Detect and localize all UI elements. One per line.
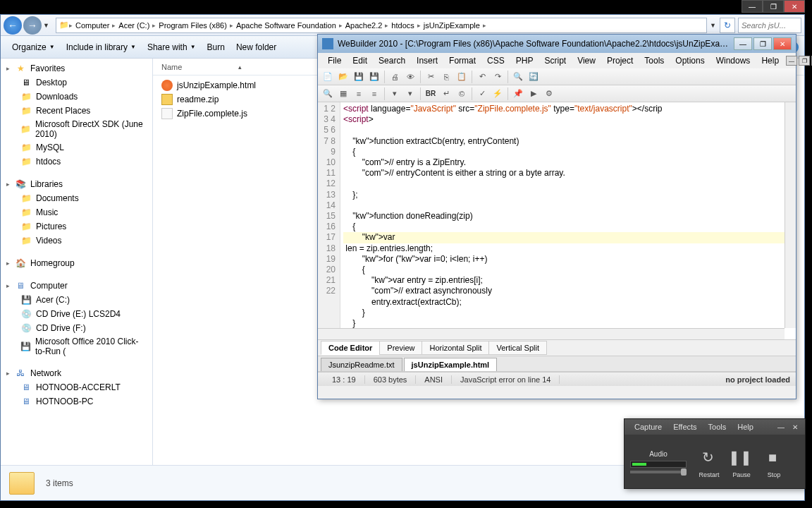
sidebar-item[interactable]: 💿CD Drive (E:) LCS2D4 <box>1 307 152 321</box>
menu-view[interactable]: View <box>572 54 601 67</box>
redo-icon[interactable]: ↷ <box>491 70 505 84</box>
scrollbar-vertical[interactable] <box>785 102 796 328</box>
close-button[interactable]: ✕ <box>773 37 792 50</box>
bc-drive[interactable]: Acer (C:) <box>116 21 152 30</box>
sidebar-item[interactable]: 📁Pictures <box>1 219 152 234</box>
tab-vsplit[interactable]: Vertical Split <box>488 341 547 355</box>
code-area[interactable]: <script language="JavaScript" src="ZipFi… <box>340 102 796 339</box>
burn-button[interactable]: Burn <box>202 40 230 55</box>
saveall-icon[interactable]: 💾 <box>367 70 381 84</box>
maximize-button[interactable]: ❐ <box>763 0 784 13</box>
sidebar-item[interactable]: 📁Videos <box>1 234 152 248</box>
menu-search[interactable]: Search <box>373 54 411 67</box>
tool-icon[interactable]: 📌 <box>511 87 525 101</box>
tab-code-editor[interactable]: Code Editor <box>321 341 380 355</box>
sidebar-libraries[interactable]: ▸📚Libraries <box>1 177 152 191</box>
sidebar-item[interactable]: 📁Recent Places <box>1 104 152 118</box>
print-icon[interactable]: 🖨 <box>388 70 402 84</box>
tool-icon[interactable]: ▾ <box>388 87 402 101</box>
undo-icon[interactable]: ↶ <box>475 70 489 84</box>
minimize-button[interactable]: — <box>734 37 752 50</box>
replace-icon[interactable]: 🔄 <box>527 70 541 84</box>
menu-help[interactable]: Help <box>732 421 759 433</box>
tool-icon[interactable]: ↵ <box>439 87 453 101</box>
sidebar-favorites[interactable]: ▸★Favorites <box>1 61 152 75</box>
organize-button[interactable]: Organize▼ <box>6 40 61 55</box>
sidebar-item[interactable]: 🖥HOTNOOB-PC <box>1 394 152 409</box>
sidebar-network[interactable]: ▸🖧Network <box>1 366 152 380</box>
menu-project[interactable]: Project <box>601 54 639 67</box>
save-icon[interactable]: 💾 <box>352 70 366 84</box>
include-button[interactable]: Include in library▼ <box>61 40 142 55</box>
history-dropdown[interactable]: ▼ <box>43 22 53 29</box>
tab-hsplit[interactable]: Horizontal Split <box>422 341 489 355</box>
newfolder-button[interactable]: New folder <box>230 40 282 55</box>
tool-icon[interactable]: ▦ <box>336 87 350 101</box>
tool-icon[interactable]: ≡ <box>352 87 366 101</box>
sidebar-item[interactable]: 📁htdocs <box>1 155 152 169</box>
volume-slider[interactable] <box>630 471 687 473</box>
stop-button[interactable]: ■Stop <box>760 445 788 478</box>
minimize-button[interactable]: — <box>742 0 763 13</box>
menu-format[interactable]: Format <box>443 54 481 67</box>
sidebar-computer[interactable]: ▸🖥Computer <box>1 279 152 293</box>
new-icon[interactable]: 📄 <box>321 70 335 84</box>
sidebar-item[interactable]: 🖥HOTNOOB-ACCERLT <box>1 380 152 394</box>
code-editor[interactable]: 1 2 3 4 5 6 7 8 9 10 11 12 13 14 15 16 1… <box>318 102 796 339</box>
open-icon[interactable]: 📂 <box>336 70 350 84</box>
file-tab[interactable]: JsunzipReadme.txt <box>321 358 402 371</box>
back-button[interactable]: ← <box>4 16 22 35</box>
breadcrumb[interactable]: 📁 ▸ Computer▸ Acer (C:)▸ Program Files (… <box>56 18 707 33</box>
find-icon[interactable]: 🔍 <box>511 70 525 84</box>
menu-php[interactable]: PHP <box>510 54 539 67</box>
file-tab[interactable]: jsUnzipExample.html <box>404 358 498 371</box>
scrollbar-horizontal[interactable] <box>318 328 785 339</box>
tool-icon[interactable]: © <box>455 87 469 101</box>
share-button[interactable]: Share with▼ <box>142 40 202 55</box>
menu-css[interactable]: CSS <box>481 54 510 67</box>
menu-insert[interactable]: Insert <box>411 54 443 67</box>
preview-icon[interactable]: 👁 <box>403 70 417 84</box>
bc-pf[interactable]: Program Files (x86) <box>156 21 230 30</box>
br-button[interactable]: BR <box>424 87 438 101</box>
sidebar-item[interactable]: 💾Acer (C:) <box>1 293 152 307</box>
tool-icon[interactable]: ⚡ <box>491 87 505 101</box>
bc-apache[interactable]: Apache2.2 <box>343 21 386 30</box>
menu-help[interactable]: Help <box>756 54 785 67</box>
menu-windows[interactable]: Windows <box>710 54 756 67</box>
cut-icon[interactable]: ✂ <box>424 70 438 84</box>
sidebar-item[interactable]: 💾Microsoft Office 2010 Click-to-Run ( <box>1 335 152 358</box>
tool-icon[interactable]: ✓ <box>475 87 489 101</box>
column-name[interactable]: Name <box>161 63 182 71</box>
bc-folder[interactable]: jsUnZipExample <box>421 21 483 30</box>
menu-tools[interactable]: Tools <box>703 421 732 433</box>
tool-icon[interactable]: 🔍 <box>321 87 335 101</box>
menu-script[interactable]: Script <box>539 54 572 67</box>
restart-button[interactable]: ↻Restart <box>695 445 723 478</box>
pause-button[interactable]: ❚❚Pause <box>727 445 756 478</box>
tool-icon[interactable]: ▾ <box>403 87 417 101</box>
menu-options[interactable]: Options <box>670 54 710 67</box>
breadcrumb-dropdown[interactable]: ▼ <box>710 22 720 29</box>
refresh-button[interactable]: ↻ <box>720 18 735 33</box>
menu-capture[interactable]: Capture <box>629 421 668 433</box>
search-input[interactable] <box>738 18 801 33</box>
minimize-button[interactable]: — <box>775 422 787 432</box>
tool-icon[interactable]: ⚙ <box>542 87 556 101</box>
sidebar-item[interactable]: 🖥Desktop <box>1 75 152 90</box>
tab-preview[interactable]: Preview <box>379 341 422 355</box>
copy-icon[interactable]: ⎘ <box>439 70 453 84</box>
forward-button[interactable]: → <box>23 16 42 35</box>
menu-file[interactable]: File <box>322 54 347 67</box>
close-button[interactable]: ✕ <box>784 0 805 13</box>
mdi-min[interactable]: — <box>786 56 797 66</box>
mdi-max[interactable]: ❐ <box>799 56 810 66</box>
sidebar-item[interactable]: 📁Downloads <box>1 90 152 104</box>
title-bar[interactable]: WeBuilder 2010 - [C:\Program Files (x86)… <box>318 35 796 53</box>
sidebar-item[interactable]: 💿CD Drive (F:) <box>1 321 152 335</box>
bc-asf[interactable]: Apache Software Foundation <box>233 21 339 30</box>
tool-icon[interactable]: ≡ <box>367 87 381 101</box>
sidebar-item[interactable]: 📁MySQL <box>1 140 152 155</box>
menu-tools[interactable]: Tools <box>639 54 670 67</box>
menu-effects[interactable]: Effects <box>668 421 702 433</box>
